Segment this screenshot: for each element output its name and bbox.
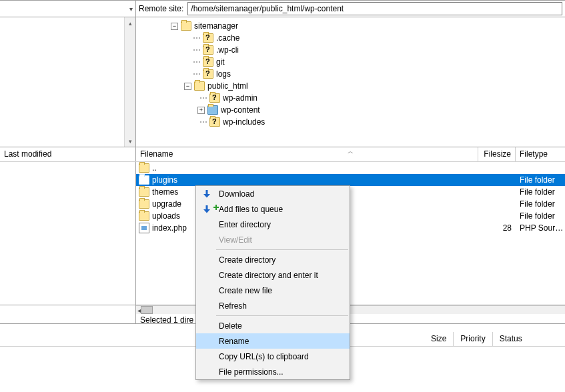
tree-label: sitemanager [191, 21, 238, 31]
folder-icon [139, 163, 149, 173]
menu-item-label: Create directory and enter it [219, 271, 318, 280]
file-type: File folder [516, 187, 565, 197]
local-col-last-modified[interactable]: Last modified [0, 147, 136, 161]
file-type: PHP Sourc... [516, 223, 565, 233]
scroll-up-icon[interactable]: ▴ [125, 17, 135, 29]
tree-label: git [213, 57, 225, 67]
collapse-icon[interactable]: − [171, 23, 178, 30]
menu-item-label: Create directory [219, 255, 275, 265]
menu-item-refresh[interactable]: Refresh [196, 298, 350, 313]
local-site-dropdown[interactable]: ▾ [0, 1, 136, 17]
queue-col-priority[interactable]: Priority [454, 332, 492, 346]
folder-icon [139, 199, 149, 209]
file-name: .. [152, 163, 157, 173]
remote-site-path-input[interactable] [187, 2, 562, 15]
folder-icon [209, 93, 220, 103]
menu-item-enter-directory[interactable]: Enter directory [196, 217, 350, 232]
remote-col-filetype[interactable]: Filetype [516, 147, 565, 161]
menu-item-label: Rename [219, 337, 249, 346]
file-type: File folder [516, 175, 565, 185]
menu-item-label: Enter directory [219, 220, 271, 229]
tree-node[interactable]: ⋯git [136, 56, 565, 68]
tree-label: wp-admin [220, 93, 257, 103]
menu-separator [216, 315, 348, 316]
tree-label: logs [213, 69, 231, 79]
scroll-down-icon[interactable]: ▾ [125, 135, 135, 147]
queue-col-status[interactable]: Status [493, 332, 529, 346]
menu-item-label: Download [219, 189, 254, 199]
tree-label: wp-includes [220, 117, 265, 127]
menu-item-download[interactable]: Download [196, 186, 350, 201]
queue-col-size[interactable]: Size [424, 332, 454, 346]
folder-unknown-icon [203, 33, 213, 43]
tree-node[interactable]: ⋯logs [136, 68, 565, 80]
sort-indicator-icon: ︿ [348, 147, 354, 156]
remote-col-filesize[interactable]: Filesize [478, 147, 516, 161]
menu-item-label: View/Edit [219, 235, 252, 245]
menu-item-copy-url-s-to-clipboard[interactable]: Copy URL(s) to clipboard [196, 349, 350, 364]
folder-unknown-icon [203, 57, 213, 67]
tree-label: .wp-cli [213, 45, 239, 55]
file-name: themes [152, 187, 178, 197]
tree-label: wp-content [218, 105, 260, 115]
folder-icon [139, 187, 149, 197]
php-file-icon [139, 223, 149, 233]
remote-col-filename[interactable]: Filename [136, 147, 478, 161]
file-name: upgrade [152, 199, 181, 209]
folder-icon [207, 105, 218, 115]
menu-item-view-edit: View/Edit [196, 232, 350, 247]
file-type: File folder [516, 211, 565, 221]
tree-label: public_html [205, 81, 248, 91]
file-name: plugins [152, 175, 177, 185]
menu-item-delete[interactable]: Delete [196, 318, 350, 333]
file-name: index.php [152, 223, 187, 233]
menu-item-create-new-file[interactable]: Create new file [196, 283, 350, 298]
folder-icon [139, 211, 149, 221]
remote-site-label: Remote site: [139, 4, 183, 13]
file-row[interactable]: pluginsFile folder [136, 174, 565, 186]
file-size: 28 [478, 223, 516, 233]
folder-icon [181, 21, 191, 31]
tree-node[interactable]: ⋯wp-admin [136, 92, 565, 104]
menu-item-file-permissions[interactable]: File permissions... [196, 364, 350, 379]
menu-item-create-directory[interactable]: Create directory [196, 252, 350, 267]
chevron-down-icon: ▾ [129, 5, 133, 13]
tree-node-public-html[interactable]: − public_html [136, 80, 565, 92]
menu-item-rename[interactable]: Rename [196, 333, 350, 349]
file-name: uploads [152, 211, 180, 221]
menu-item-label: Add files to queue [219, 205, 283, 214]
tree-node[interactable]: ⋯.cache [136, 32, 565, 44]
tree-label: .cache [213, 33, 239, 43]
add-to-queue-icon [201, 204, 212, 215]
local-tree-scrollbar[interactable]: ▴ ▾ [124, 17, 135, 147]
menu-item-label: Refresh [219, 301, 247, 311]
expand-icon[interactable]: + [197, 107, 205, 114]
menu-item-label: Copy URL(s) to clipboard [219, 352, 309, 361]
tree-dots-icon: ⋯ [191, 57, 203, 67]
context-menu: DownloadAdd files to queueEnter director… [195, 185, 350, 380]
tree-dots-icon: ⋯ [191, 33, 203, 43]
folder-icon [194, 81, 205, 91]
tree-dots-icon: ⋯ [191, 69, 203, 79]
tree-node-root[interactable]: − sitemanager [136, 20, 565, 32]
local-tree-pane: ▴ ▾ [0, 17, 136, 147]
menu-item-label: File permissions... [219, 367, 284, 377]
download-icon [201, 189, 212, 199]
folder-unknown-icon [203, 45, 213, 55]
remote-tree-pane[interactable]: − sitemanager ⋯.cache⋯.wp-cli⋯git⋯logs −… [136, 17, 565, 147]
tree-node[interactable]: ⋯wp-includes [136, 116, 565, 128]
folder-icon [209, 117, 220, 127]
menu-item-create-directory-and-enter-it[interactable]: Create directory and enter it [196, 267, 350, 283]
menu-item-label: Create new file [219, 286, 272, 295]
file-type: File folder [516, 199, 565, 209]
file-row-up[interactable]: .. [136, 162, 565, 174]
tree-dots-icon: ⋯ [197, 93, 209, 103]
tree-node[interactable]: ⋯.wp-cli [136, 44, 565, 56]
menu-item-label: Delete [219, 321, 242, 331]
menu-item-add-files-to-queue[interactable]: Add files to queue [196, 201, 350, 217]
tree-dots-icon: ⋯ [191, 45, 203, 55]
local-file-list [0, 162, 136, 305]
collapse-icon[interactable]: − [184, 83, 191, 90]
scrollbar-thumb[interactable] [141, 306, 153, 314]
tree-node[interactable]: +wp-content [136, 104, 565, 116]
